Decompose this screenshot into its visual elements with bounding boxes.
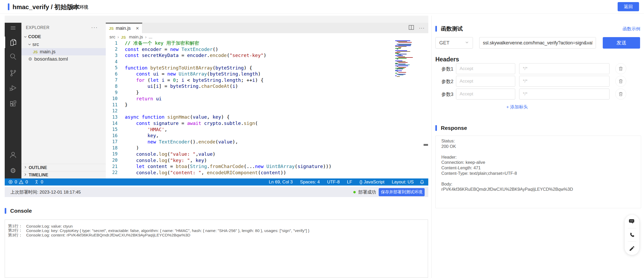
status-bar-item[interactable]: Layout: US [392,179,414,185]
send-button[interactable]: 发送 [603,37,640,49]
header-value-input[interactable] [519,76,610,87]
code-line[interactable]: 9 } [106,89,428,96]
line-number: 6 [106,71,118,77]
save-deploy-button[interactable]: 保存并部署到测试环境 [379,188,425,196]
line-number: 10 [106,96,118,101]
code-area[interactable]: 1// 准备一个 key 用于加密和解密2const encoder = new… [106,40,428,176]
line-number: 11 [106,102,118,107]
toml-gear-icon: ⚙ [28,57,32,61]
header-key-input[interactable] [456,63,515,74]
source-control-icon[interactable] [5,67,21,79]
minimap[interactable] [395,40,418,80]
edit-button[interactable] [625,242,639,255]
code-line[interactable]: 18 ) [106,145,428,151]
chat-button[interactable] [625,215,639,228]
menu-icon[interactable] [5,22,21,34]
timeline-section[interactable]: TIMELINE [21,171,106,178]
tree-file-bosonfaas[interactable]: ⚙ bosonfaas.toml [21,55,106,63]
js-file-icon: JS [109,26,114,31]
code-line[interactable]: 21 let content = btoa(String.fromCharCod… [106,163,428,170]
code-line[interactable]: 15 'HMAC', [106,126,428,132]
settings-gear-icon[interactable]: ⚙ [5,165,21,176]
chevron-right-icon [24,165,27,170]
editor-more-icon[interactable]: ··· [419,25,425,31]
code-line[interactable]: 20 console.log("key: ", key) [106,157,428,163]
tab-test-env[interactable]: 测试环境 [71,4,88,10]
line-number: 22 [106,170,118,175]
tree-folder-src[interactable]: src [21,41,106,48]
page: hmac_verify / 初始版本 测试环境 返回 [0,0,644,278]
chevron-down-icon [24,35,27,39]
ide-frame: ⚙ EXPLORER ··· CODE src JS main.js ⚙ [5,16,428,186]
header-value-input[interactable] [519,63,610,74]
code-line[interactable]: 17 new TextEncoder().encode(value), [106,139,428,145]
code-line[interactable]: 14 const signature = await crypto.subtle… [106,120,428,126]
code-line[interactable]: 5function byteStringToUint8Array(byteStr… [106,65,428,71]
add-header-link[interactable]: + 添加标头 [454,104,580,110]
back-button[interactable]: 返回 [618,2,639,11]
request-url-input[interactable] [479,37,596,49]
notifications-bell-icon[interactable] [419,179,425,186]
header-key-input[interactable] [456,89,515,100]
extensions-icon[interactable] [5,98,21,110]
code-line[interactable]: 3const secretKeyData = encoder.encode("s… [106,52,428,59]
panel-divider [431,16,432,278]
console-output[interactable]: 第1行：Console:Log: value: ctyun第2行：Console… [5,219,428,278]
header-value-input[interactable] [519,89,610,100]
code-line[interactable]: 2const encoder = new TextEncoder() [106,46,428,53]
tree-root-code[interactable]: CODE [21,33,106,40]
code-line[interactable]: 16 key, [106,132,428,139]
breadcrumb[interactable]: src › JS main.js › ... [109,34,152,40]
code-line[interactable]: 11} [106,102,428,108]
problems-indicator[interactable]: 0 0 0 [5,179,43,185]
header-param-label: 参数3 [441,91,455,97]
tab-mainjs[interactable]: JS main.js × [106,23,142,33]
search-icon[interactable] [5,51,21,62]
run-debug-icon[interactable] [5,82,21,94]
section-accent-bar [5,208,6,214]
section-accent-bar [435,26,437,32]
split-editor-icon[interactable] [408,24,415,32]
status-bar-item[interactable]: {} JavaScript [359,179,384,185]
explorer-icon[interactable] [5,37,21,48]
code-line[interactable]: 7 for (let i = 0; i < byteString.length;… [106,77,428,83]
code-line[interactable]: 4 [106,59,428,65]
line-number: 16 [106,133,118,138]
tree-file-mainjs[interactable]: JS main.js [21,48,106,55]
code-line[interactable]: 22 console.log("content: ", encodeURICom… [106,169,428,176]
status-bar-item[interactable]: LF [347,179,352,185]
page-title: hmac_verify / 初始版本 [13,3,79,11]
response-body-value: rPVK4kf36KRuEBQmdrJfDwCXU%2BK9AyPaqIjLEY… [441,187,635,192]
outline-section[interactable]: OUTLINE [21,164,106,171]
delete-header-button[interactable] [615,89,626,100]
activity-bar: ⚙ [5,23,21,178]
editor: JS main.js × ··· src › JS main.js › ... … [106,23,428,178]
header-key-input[interactable] [456,76,515,87]
status-bar-item[interactable]: UTF-8 [327,179,339,185]
delete-header-button[interactable] [615,63,626,74]
response-header: Response [435,125,467,131]
method-select[interactable]: GET [435,37,473,49]
editor-scrollbar[interactable] [424,144,428,146]
status-bar-item[interactable]: Ln 69, Col 3 [269,179,293,185]
function-test-title: 函数测试 [441,25,463,32]
code-line[interactable]: 12 [106,108,428,114]
line-number: 5 [106,65,118,70]
explorer-more-icon[interactable]: ··· [91,24,98,30]
code-line[interactable]: 6 const ui = new Uint8Array(byteString.l… [106,71,428,77]
account-icon[interactable] [5,149,21,161]
tab-close-icon[interactable]: × [136,25,139,31]
chat-icon [629,218,635,225]
code-line[interactable]: 19 console.log("value: ",value) [106,151,428,157]
response-box: Status: 200 OK Header: Connection: keep-… [435,136,641,208]
status-bar-item[interactable]: Spaces: 4 [300,179,320,185]
code-line[interactable]: 1// 准备一个 key 用于加密和解密 [106,40,428,46]
code-line[interactable]: 13async function signHmac(value, key) { [106,114,428,120]
function-example-link[interactable]: 函数示例 [623,26,640,32]
delete-header-button[interactable] [615,76,626,87]
code-line[interactable]: 8 ui[i] = byteString.charCodeAt(i) [106,83,428,89]
response-header-line: Connection: keep-alive [441,160,635,165]
code-line[interactable]: 10 return ui [106,95,428,102]
line-number: 18 [106,145,118,150]
phone-button[interactable] [625,228,639,242]
